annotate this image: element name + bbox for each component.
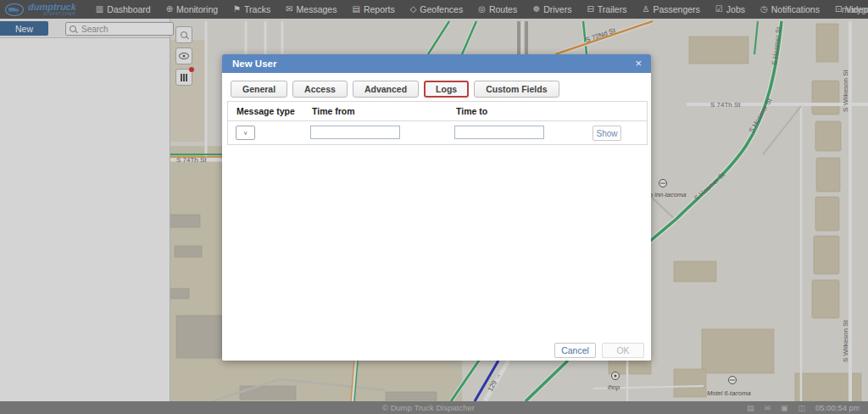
dialog-title: New User bbox=[222, 59, 626, 69]
tab-access[interactable]: Access bbox=[292, 81, 348, 98]
col-time-to: Time to bbox=[456, 106, 487, 116]
logs-filter-table: Message type Time from Time to ∨ Show bbox=[227, 101, 648, 145]
tab-advanced[interactable]: Advanced bbox=[353, 81, 419, 98]
show-button[interactable]: Show bbox=[593, 126, 621, 141]
close-icon[interactable]: × bbox=[626, 54, 651, 73]
logs-filter-row: ∨ Show bbox=[228, 121, 647, 144]
dialog-tabs: General Access Advanced Logs Custom Fiel… bbox=[222, 73, 651, 98]
col-message-type: Message type bbox=[236, 106, 295, 116]
tab-custom-fields[interactable]: Custom Fields bbox=[474, 81, 559, 98]
dialog-titlebar: New User × bbox=[222, 54, 651, 73]
logs-table-header: Message type Time from Time to bbox=[228, 102, 647, 121]
message-type-dropdown[interactable]: ∨ bbox=[236, 126, 255, 140]
tab-logs[interactable]: Logs bbox=[424, 81, 469, 98]
time-from-input[interactable] bbox=[310, 126, 400, 139]
ok-button[interactable]: OK bbox=[602, 343, 644, 358]
time-to-input[interactable] bbox=[454, 126, 544, 139]
cancel-button[interactable]: Cancel bbox=[554, 343, 596, 358]
tab-general[interactable]: General bbox=[231, 81, 287, 98]
new-user-dialog: New User × General Access Advanced Logs … bbox=[222, 54, 651, 361]
col-time-from: Time from bbox=[312, 106, 355, 116]
